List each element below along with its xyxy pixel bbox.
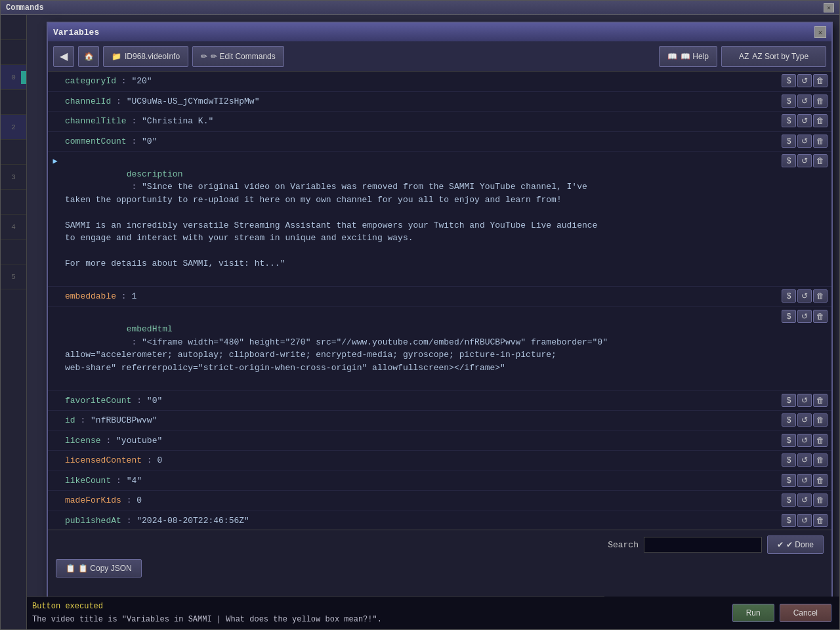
var-key-categoryId: categoryId xyxy=(65,76,116,86)
var-value-commentCount: "0" xyxy=(142,136,157,146)
var-delete-button-channelId[interactable]: 🗑 xyxy=(813,94,828,108)
var-value-madeForKids: 0 xyxy=(136,495,142,505)
var-copy-button-publishedAt[interactable]: $ xyxy=(782,514,796,527)
expand-commentCount xyxy=(48,132,62,150)
var-value-publishedAt: "2024-08-20T22:46:56Z" xyxy=(136,516,249,526)
var-edit-button-id[interactable]: ↺ xyxy=(797,413,812,427)
var-edit-button-embedHtml[interactable]: ↺ xyxy=(797,310,812,323)
var-actions-license: $ ↺ 🗑 xyxy=(778,431,831,450)
run-button[interactable]: Run xyxy=(732,604,774,622)
var-delete-button-license[interactable]: 🗑 xyxy=(813,434,828,447)
copy-json-area: 📋 📋 Copy JSON xyxy=(48,556,831,580)
var-edit-button-licensedContent[interactable]: ↺ xyxy=(797,453,812,467)
var-copy-button-id[interactable]: $ xyxy=(782,413,796,427)
sidebar-active-indicator xyxy=(21,71,26,84)
var-delete-button-publishedAt[interactable]: 🗑 xyxy=(813,514,828,527)
var-delete-button-embedHtml[interactable]: 🗑 xyxy=(813,310,828,323)
var-edit-button-likeCount[interactable]: ↺ xyxy=(797,474,812,487)
cancel-label: Cancel xyxy=(793,608,818,618)
var-value-id: "nfRBUCBPwvw" xyxy=(91,415,157,425)
run-cancel-bar: Run Cancel xyxy=(604,597,839,629)
var-copy-button-description[interactable]: $ xyxy=(782,154,796,167)
var-copy-button-embeddable[interactable]: $ xyxy=(782,289,796,303)
sort-button[interactable]: AZ AZ Sort by Type xyxy=(721,46,826,67)
var-value-categoryId: "20" xyxy=(131,76,152,86)
sidebar-row-0 xyxy=(1,15,26,40)
var-edit-button-categoryId[interactable]: ↺ xyxy=(797,74,812,87)
var-delete-button-categoryId[interactable]: 🗑 xyxy=(813,74,828,87)
var-copy-button-commentCount[interactable]: $ xyxy=(782,135,796,148)
var-copy-button-embedHtml[interactable]: $ xyxy=(782,310,796,323)
var-delete-button-likeCount[interactable]: 🗑 xyxy=(813,474,828,487)
var-row-channelId: channelId : "UC9uWa-US_jCYmdwTI2sHpMw" $… xyxy=(48,92,831,112)
var-copy-button-licensedContent[interactable]: $ xyxy=(782,453,796,467)
var-content-favoriteCount: favoriteCount : "0" xyxy=(62,391,778,411)
var-copy-button-madeForKids[interactable]: $ xyxy=(782,494,796,507)
var-delete-button-channelTitle[interactable]: 🗑 xyxy=(813,114,828,127)
var-key-commentCount: commentCount xyxy=(65,136,127,146)
var-delete-button-description[interactable]: 🗑 xyxy=(813,154,828,167)
left-sidebar: 0 2 3 4 5 xyxy=(1,15,27,629)
var-delete-button-madeForKids[interactable]: 🗑 xyxy=(813,494,828,507)
var-value-channelId: "UC9uWa-US_jCYmdwTI2sHpMw" xyxy=(127,96,260,106)
back-button[interactable]: ◀ xyxy=(53,46,74,67)
var-delete-button-commentCount[interactable]: 🗑 xyxy=(813,135,828,148)
var-row-embedHtml: embedHtml : "<iframe width="480" height=… xyxy=(48,307,831,391)
var-delete-button-id[interactable]: 🗑 xyxy=(813,413,828,427)
sidebar-row-4[interactable]: 2 xyxy=(1,115,26,140)
var-copy-button-categoryId[interactable]: $ xyxy=(782,74,796,87)
copy-json-button[interactable]: 📋 📋 Copy JSON xyxy=(56,559,142,578)
outer-close-button[interactable]: ✕ xyxy=(824,3,834,12)
var-edit-button-description[interactable]: ↺ xyxy=(797,154,812,167)
expand-channelId xyxy=(48,92,62,110)
var-edit-button-channelTitle[interactable]: ↺ xyxy=(797,114,812,127)
sidebar-row-1 xyxy=(1,40,26,65)
var-edit-button-channelId[interactable]: ↺ xyxy=(797,94,812,108)
var-edit-button-madeForKids[interactable]: ↺ xyxy=(797,494,812,507)
var-edit-button-commentCount[interactable]: ↺ xyxy=(797,135,812,148)
sidebar-row-6: 3 xyxy=(1,165,26,190)
expand-description[interactable]: ▶ xyxy=(48,152,62,170)
var-edit-button-license[interactable]: ↺ xyxy=(797,434,812,447)
var-copy-button-channelId[interactable]: $ xyxy=(782,94,796,108)
var-copy-button-likeCount[interactable]: $ xyxy=(782,474,796,487)
edit-commands-button[interactable]: ✏ ✏ Edit Commands xyxy=(192,46,284,67)
sidebar-row-2[interactable]: 0 xyxy=(1,65,26,90)
dialog-title: Variables xyxy=(53,28,99,37)
var-key-license: license xyxy=(65,436,101,446)
expand-embeddable xyxy=(48,287,62,305)
var-delete-button-embeddable[interactable]: 🗑 xyxy=(813,289,828,303)
sidebar-row-5 xyxy=(1,140,26,165)
sidebar-row-10: 5 xyxy=(1,264,26,289)
var-content-publishedAt: publishedAt : "2024-08-20T22:46:56Z" xyxy=(62,511,778,530)
var-content-channelId: channelId : "UC9uWa-US_jCYmdwTI2sHpMw" xyxy=(62,92,778,112)
var-content-likeCount: likeCount : "4" xyxy=(62,471,778,491)
variables-list[interactable]: categoryId : "20" $ ↺ 🗑 channelId xyxy=(48,72,831,530)
clipboard-icon: 📋 xyxy=(66,564,75,573)
var-copy-button-license[interactable]: $ xyxy=(782,434,796,447)
done-button[interactable]: ✔ ✔ Done xyxy=(767,536,824,554)
dialog-close-button[interactable]: ✕ xyxy=(814,26,826,38)
var-content-id: id : "nfRBUCBPwvw" xyxy=(62,411,778,430)
var-actions-channelTitle: $ ↺ 🗑 xyxy=(778,112,831,130)
folder-icon: 📁 xyxy=(112,52,121,61)
var-edit-button-favoriteCount[interactable]: ↺ xyxy=(797,394,812,407)
home-button[interactable]: 🏠 xyxy=(78,46,99,67)
search-input[interactable] xyxy=(644,537,762,553)
breadcrumb-button[interactable]: 📁 ID968.videoInfo xyxy=(103,46,188,67)
var-content-channelTitle: channelTitle : "Christina K." xyxy=(62,112,778,131)
expand-categoryId xyxy=(48,72,62,90)
var-delete-button-favoriteCount[interactable]: 🗑 xyxy=(813,394,828,407)
help-button[interactable]: 📖 📖 Help xyxy=(659,46,717,67)
var-content-madeForKids: madeForKids : 0 xyxy=(62,491,778,511)
var-edit-button-publishedAt[interactable]: ↺ xyxy=(797,514,812,527)
var-key-embeddable: embeddable xyxy=(65,291,116,301)
var-copy-button-favoriteCount[interactable]: $ xyxy=(782,394,796,407)
var-edit-button-embeddable[interactable]: ↺ xyxy=(797,289,812,303)
expand-id xyxy=(48,411,62,429)
cancel-button[interactable]: Cancel xyxy=(780,604,831,622)
var-delete-button-licensedContent[interactable]: 🗑 xyxy=(813,453,828,467)
var-copy-button-channelTitle[interactable]: $ xyxy=(782,114,796,127)
var-value-license: "youtube" xyxy=(116,436,162,446)
expand-license xyxy=(48,431,62,450)
